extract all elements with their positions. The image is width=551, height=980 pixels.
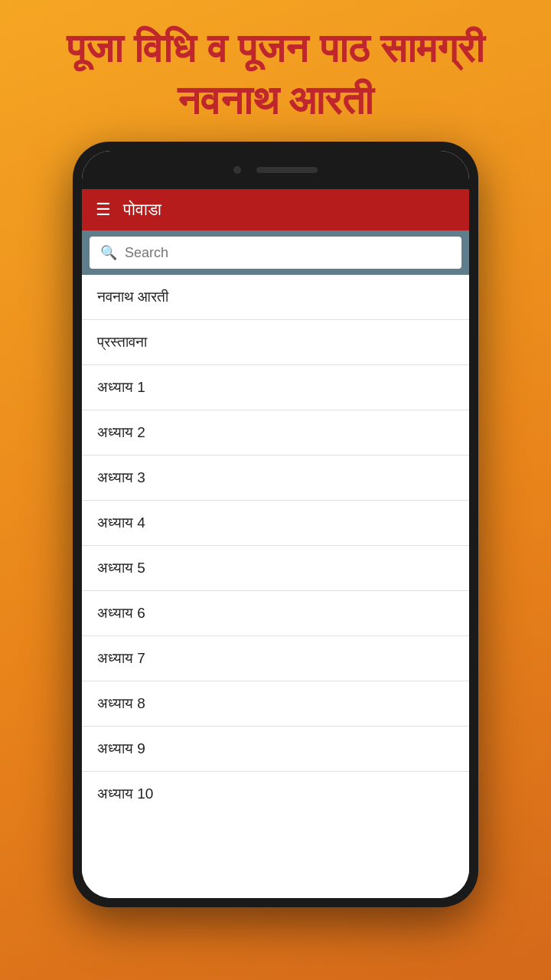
list-item[interactable]: अध्याय 6	[82, 591, 469, 636]
list-item[interactable]: अध्याय 1	[82, 365, 469, 410]
list-item[interactable]: अध्याय 3	[82, 456, 469, 501]
list-container: नवनाथ आरतीप्रस्तावनाअध्याय 1अध्याय 2अध्य…	[82, 275, 469, 898]
list-item[interactable]: अध्याय 9	[82, 727, 469, 772]
search-input[interactable]	[125, 245, 451, 261]
list-item[interactable]: प्रस्तावना	[82, 320, 469, 365]
phone-frame: ☰ पोवाडा 🔍 नवनाथ आरतीप्रस्तावनाअध्याय 1अ…	[73, 142, 478, 907]
speaker-bar	[256, 167, 318, 173]
list-item[interactable]: अध्याय 10	[82, 772, 469, 816]
title-line1: पूजा विधि व पूजन पाठ सामग्री	[67, 26, 484, 70]
search-bar-container: 🔍	[82, 230, 469, 275]
app-toolbar: ☰ पोवाडा	[82, 189, 469, 230]
camera-dot	[233, 166, 241, 174]
list-item[interactable]: अध्याय 7	[82, 636, 469, 681]
search-icon: 🔍	[100, 244, 117, 261]
hamburger-icon[interactable]: ☰	[96, 200, 111, 220]
toolbar-title: पोवाडा	[123, 200, 161, 220]
list-item[interactable]: अध्याय 5	[82, 546, 469, 591]
search-bar[interactable]: 🔍	[90, 237, 461, 269]
phone-top-bar	[82, 151, 469, 189]
list-item[interactable]: अध्याय 8	[82, 681, 469, 727]
page-title: पूजा विधि व पूजन पाठ सामग्री नवनाथ आरती	[36, 0, 515, 142]
list-item[interactable]: नवनाथ आरती	[82, 275, 469, 320]
list-item[interactable]: अध्याय 2	[82, 410, 469, 456]
list-item[interactable]: अध्याय 4	[82, 501, 469, 546]
title-line2: नवनाथ आरती	[178, 78, 373, 122]
phone-screen: ☰ पोवाडा 🔍 नवनाथ आरतीप्रस्तावनाअध्याय 1अ…	[82, 151, 469, 898]
